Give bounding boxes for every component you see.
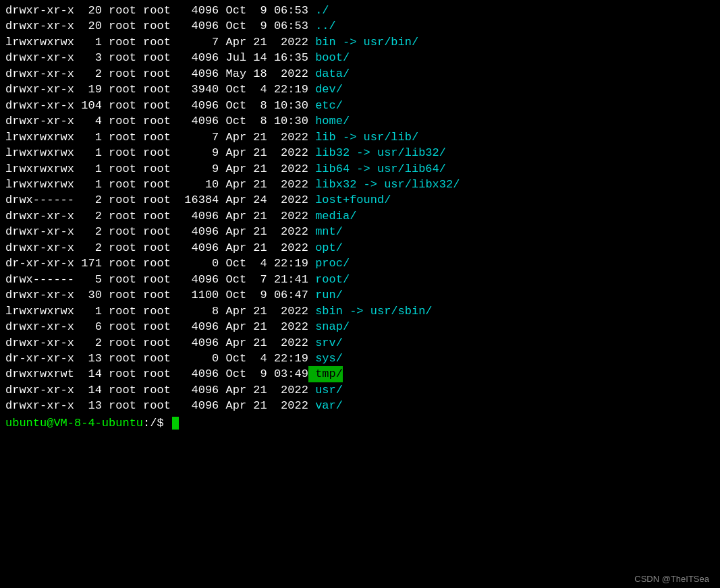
file-links: 13 — [74, 351, 102, 366]
file-size: 9 — [171, 145, 219, 160]
file-name: run/ — [308, 287, 343, 303]
table-row: drwxr-xr-x 14 root root 4096 Apr 21 2022… — [5, 382, 715, 398]
file-links: 1 — [74, 145, 102, 160]
file-month: Apr — [219, 224, 246, 239]
file-month: Oct — [219, 256, 246, 271]
table-row: drwxr-xr-x 4 root root 4096 Oct 8 10:30 … — [5, 113, 715, 129]
file-time: 2022 — [267, 240, 308, 256]
file-group: root — [136, 177, 171, 192]
file-group: root — [136, 192, 171, 208]
file-size: 4096 — [171, 98, 219, 113]
file-month: Oct — [219, 113, 246, 129]
table-row: lrwxrwxrwx 1 root root 7 Apr 21 2022 lib… — [5, 129, 715, 145]
file-user: root — [102, 177, 136, 192]
file-name: etc/ — [308, 98, 343, 113]
file-links: 104 — [74, 98, 102, 113]
table-row: lrwxrwxrwx 1 root root 9 Apr 21 2022 lib… — [5, 145, 715, 160]
terminal: drwxr-xr-x 20 root root 4096 Oct 9 06:53… — [5, 3, 715, 588]
table-row: lrwxrwxrwx 1 root root 8 Apr 21 2022 sbi… — [5, 303, 715, 319]
file-perms: lrwxrwxrwx — [5, 177, 74, 192]
file-time: 2022 — [267, 34, 308, 50]
file-links: 2 — [74, 208, 102, 224]
table-row: dr-xr-xr-x 171 root root 0 Oct 4 22:19 p… — [5, 256, 715, 271]
file-group: root — [136, 113, 171, 129]
file-month: Oct — [219, 272, 246, 287]
file-day: 21 — [246, 335, 267, 351]
file-month: Oct — [219, 82, 246, 97]
cursor — [172, 417, 179, 430]
file-month: Oct — [219, 18, 246, 34]
file-name: mnt/ — [308, 224, 343, 239]
file-month: Apr — [219, 398, 246, 413]
file-perms: drwxr-xr-x — [5, 398, 74, 413]
file-day: 9 — [246, 3, 267, 18]
file-day: 9 — [246, 366, 267, 382]
file-group: root — [136, 3, 171, 18]
file-time: 06:53 — [267, 18, 308, 34]
file-size: 16384 — [171, 192, 219, 208]
file-user: root — [102, 224, 136, 239]
file-user: root — [102, 129, 136, 145]
file-time: 2022 — [267, 382, 308, 398]
file-month: Apr — [219, 240, 246, 256]
file-name: lib — [308, 129, 336, 145]
file-time: 2022 — [267, 319, 308, 334]
file-name: usr/ — [308, 382, 343, 398]
file-links: 2 — [74, 240, 102, 256]
file-perms: lrwxrwxrwx — [5, 34, 74, 50]
file-month: Apr — [219, 177, 246, 192]
file-day: 4 — [246, 351, 267, 366]
file-size: 4096 — [171, 319, 219, 334]
file-name: ./ — [308, 3, 329, 18]
file-links: 2 — [74, 335, 102, 351]
file-perms: drwxr-xr-x — [5, 82, 74, 97]
file-name: opt/ — [308, 240, 343, 256]
file-time: 2022 — [267, 208, 308, 224]
table-row: drwxr-xr-x 6 root root 4096 Apr 21 2022 … — [5, 319, 715, 334]
file-links: 14 — [74, 366, 102, 382]
file-group: root — [136, 98, 171, 113]
file-name: media/ — [308, 208, 356, 224]
file-name: bin — [308, 34, 336, 50]
file-day: 8 — [246, 98, 267, 113]
file-links: 1 — [74, 177, 102, 192]
prompt-user-host: ubuntu@VM-8-4-ubuntu — [5, 415, 143, 431]
file-perms: lrwxrwxrwx — [5, 303, 74, 319]
file-symlink: -> usr/sbin/ — [343, 303, 433, 319]
watermark: CSDN @TheITSea — [634, 573, 709, 585]
file-name: lost+found/ — [308, 192, 391, 208]
file-group: root — [136, 161, 171, 177]
file-user: root — [102, 34, 136, 50]
file-links: 2 — [74, 224, 102, 239]
file-month: Apr — [219, 319, 246, 334]
prompt-path: :/$ — [143, 415, 171, 431]
file-day: 21 — [246, 161, 267, 177]
file-day: 21 — [246, 177, 267, 192]
file-day: 21 — [246, 208, 267, 224]
file-time: 2022 — [267, 303, 308, 319]
file-month: Apr — [219, 145, 246, 160]
file-perms: drwxr-xr-x — [5, 98, 74, 113]
file-user: root — [102, 113, 136, 129]
file-symlink: -> usr/bin/ — [336, 34, 418, 50]
file-day: 21 — [246, 240, 267, 256]
table-row: drwxr-xr-x 2 root root 4096 Apr 21 2022 … — [5, 208, 715, 224]
file-name: sys/ — [308, 351, 343, 366]
file-group: root — [136, 50, 171, 65]
file-day: 21 — [246, 34, 267, 50]
file-size: 4096 — [171, 50, 219, 65]
file-month: Apr — [219, 161, 246, 177]
file-user: root — [102, 18, 136, 34]
file-links: 20 — [74, 3, 102, 18]
file-perms: drwxr-xr-x — [5, 240, 74, 256]
file-group: root — [136, 256, 171, 271]
file-time: 21:41 — [267, 272, 308, 287]
file-user: root — [102, 3, 136, 18]
file-size: 4096 — [171, 224, 219, 239]
table-row: lrwxrwxrwx 1 root root 9 Apr 21 2022 lib… — [5, 161, 715, 177]
table-row: drwxr-xr-x 2 root root 4096 May 18 2022 … — [5, 66, 715, 82]
file-perms: drwx------ — [5, 272, 74, 287]
file-month: Oct — [219, 287, 246, 303]
file-name: root/ — [308, 272, 350, 287]
file-time: 06:47 — [267, 287, 308, 303]
